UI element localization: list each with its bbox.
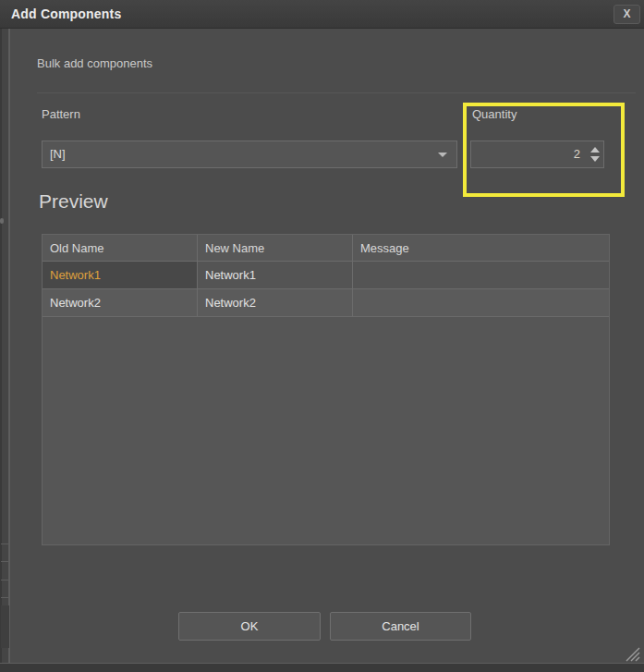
cell-message[interactable]	[353, 289, 609, 317]
cell-old-name[interactable]: Network2	[43, 289, 198, 317]
cell-new-name[interactable]: Network2	[198, 289, 353, 317]
quantity-stepper[interactable]: 2	[470, 141, 604, 168]
pattern-label: Pattern	[42, 107, 80, 121]
dialog-subtitle: Bulk add components	[37, 56, 152, 70]
cell-message[interactable]	[353, 262, 609, 289]
background-divider	[1, 561, 8, 562]
background-divider	[1, 597, 8, 598]
preview-heading: Preview	[39, 190, 108, 213]
column-header-message[interactable]: Message	[353, 235, 609, 262]
background-label-fragment	[0, 218, 4, 224]
window-bottom-edge	[0, 663, 644, 672]
column-header-old-name[interactable]: Old Name	[43, 235, 198, 262]
close-button[interactable]: X	[614, 5, 640, 24]
dialog-title: Add Components	[11, 0, 121, 29]
section-divider	[37, 92, 636, 93]
table-row[interactable]: Network2 Network2	[43, 289, 609, 317]
pattern-dropdown-value: [N]	[50, 147, 66, 161]
add-components-dialog: Add Components X Bulk add components Pat…	[0, 0, 644, 672]
close-icon: X	[623, 7, 630, 20]
background-window-edge	[0, 29, 9, 672]
spin-up-button[interactable]	[590, 147, 600, 153]
cell-old-name-selected[interactable]: Network1	[43, 262, 198, 289]
table-header-row: Old Name New Name Message	[43, 235, 609, 262]
pattern-dropdown[interactable]: [N]	[42, 141, 457, 168]
cell-new-name[interactable]: Network1	[198, 262, 353, 289]
preview-table: Old Name New Name Message Network1 Netwo…	[42, 234, 610, 545]
column-header-new-name[interactable]: New Name	[198, 235, 353, 262]
chevron-down-icon	[438, 153, 447, 157]
quantity-spin-arrows	[587, 141, 603, 167]
quantity-value: 2	[471, 141, 587, 167]
quantity-label: Quantity	[472, 107, 516, 121]
background-divider	[1, 580, 8, 580]
resize-grip-icon[interactable]	[619, 645, 641, 662]
background-panel-fragment	[1, 605, 9, 648]
dialog-titlebar[interactable]: Add Components X	[0, 0, 644, 29]
background-divider	[1, 544, 8, 544]
table-row[interactable]: Network1 Network1	[43, 262, 609, 289]
cancel-button[interactable]: Cancel	[330, 612, 471, 641]
ok-button[interactable]: OK	[178, 612, 321, 641]
background-window-border	[0, 29, 2, 672]
spin-down-button[interactable]	[590, 156, 600, 162]
